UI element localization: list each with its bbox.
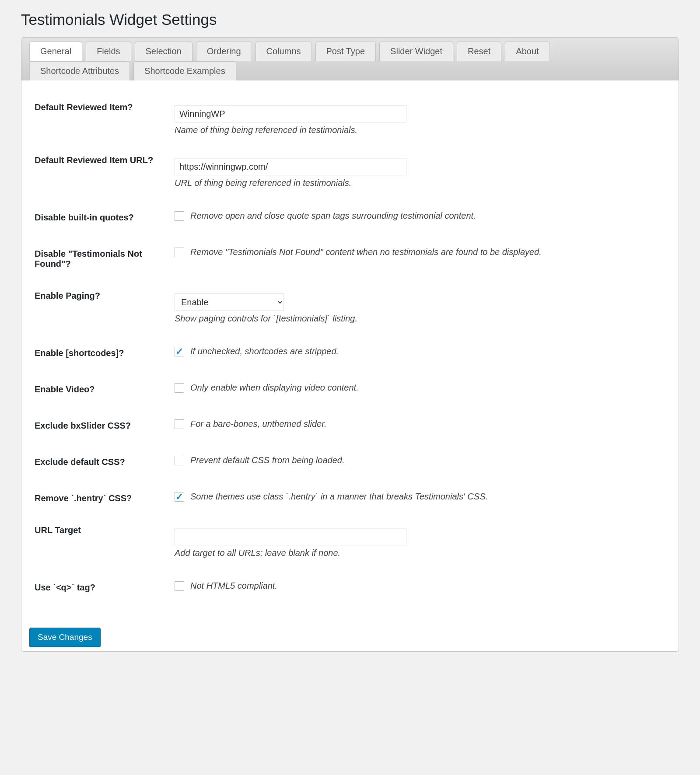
label-enable-paging: Enable Paging? xyxy=(35,282,175,335)
tab-ordering[interactable]: Ordering xyxy=(196,42,252,61)
checkbox-enable-video[interactable] xyxy=(175,383,184,393)
desc-disable-not-found: Remove "Testimonials Not Found" content … xyxy=(190,247,542,257)
desc-url-target: Add target to all URLs; leave blank if n… xyxy=(175,548,665,558)
checkbox-exclude-default-css[interactable] xyxy=(175,456,184,465)
tab-row-2: Shortcode Attributes Shortcode Examples xyxy=(29,61,671,80)
desc-remove-hentry-css: Some themes use class `.hentry` in a man… xyxy=(190,492,488,502)
checkbox-disable-quotes[interactable] xyxy=(175,211,184,221)
checkbox-disable-not-found[interactable] xyxy=(175,248,184,257)
desc-exclude-bxslider-css: For a bare-bones, unthemed slider. xyxy=(190,419,327,429)
field-disable-not-found: Disable "Testimonials Not Found"? Remove… xyxy=(35,236,665,282)
field-remove-hentry-css: Remove `.hentry` CSS? Some themes use cl… xyxy=(35,480,665,517)
tab-about[interactable]: About xyxy=(505,42,550,61)
label-enable-shortcodes: Enable [shortcodes]? xyxy=(35,335,175,371)
label-disable-quotes: Disable built-in quotes? xyxy=(35,199,175,236)
input-url-target[interactable] xyxy=(175,528,406,545)
label-reviewed-item-url: Default Reviewed Item URL? xyxy=(35,147,175,199)
field-enable-paging: Enable Paging? Enable Show paging contro… xyxy=(35,282,665,335)
settings-wrap: Testimonials Widget Settings General Fie… xyxy=(0,0,700,673)
field-url-target: URL Target Add target to all URLs; leave… xyxy=(35,517,665,569)
label-use-q-tag: Use `<q>` tag? xyxy=(35,569,175,606)
label-url-target: URL Target xyxy=(35,517,175,569)
tab-fields[interactable]: Fields xyxy=(86,42,131,61)
field-enable-video: Enable Video? Only enable when displayin… xyxy=(35,371,665,408)
desc-enable-paging: Show paging controls for `[testimonials]… xyxy=(175,314,665,324)
settings-box: General Fields Selection Ordering Column… xyxy=(21,37,679,652)
select-enable-paging[interactable]: Enable xyxy=(175,293,284,311)
input-reviewed-item[interactable] xyxy=(175,105,406,122)
label-disable-not-found: Disable "Testimonials Not Found"? xyxy=(35,236,175,282)
tab-shortcode-examples[interactable]: Shortcode Examples xyxy=(133,61,236,80)
desc-reviewed-item: Name of thing being referenced in testim… xyxy=(175,125,665,135)
field-reviewed-item-url: Default Reviewed Item URL? URL of thing … xyxy=(35,147,665,199)
label-reviewed-item: Default Reviewed Item? xyxy=(35,94,175,147)
tab-general[interactable]: General xyxy=(29,42,82,61)
save-changes-button[interactable]: Save Changes xyxy=(29,628,101,647)
settings-body: Default Reviewed Item? Name of thing bei… xyxy=(21,80,679,619)
field-reviewed-item: Default Reviewed Item? Name of thing bei… xyxy=(35,94,665,147)
submit-row: Save Changes xyxy=(21,619,679,651)
tab-reset[interactable]: Reset xyxy=(457,42,501,61)
checkbox-enable-shortcodes[interactable] xyxy=(175,347,184,356)
tab-post-type[interactable]: Post Type xyxy=(315,42,376,61)
tab-selection[interactable]: Selection xyxy=(135,42,192,61)
form-table: Default Reviewed Item? Name of thing bei… xyxy=(35,94,665,606)
page-title: Testimonials Widget Settings xyxy=(21,11,679,28)
tab-columns[interactable]: Columns xyxy=(256,42,312,61)
desc-exclude-default-css: Prevent default CSS from being loaded. xyxy=(190,455,344,465)
desc-disable-quotes: Remove open and close quote span tags su… xyxy=(190,211,476,221)
checkbox-exclude-bxslider-css[interactable] xyxy=(175,419,184,429)
desc-use-q-tag: Not HTML5 compliant. xyxy=(190,581,277,591)
desc-enable-video: Only enable when displaying video conten… xyxy=(190,383,359,393)
checkbox-use-q-tag[interactable] xyxy=(175,581,184,591)
field-exclude-default-css: Exclude default CSS? Prevent default CSS… xyxy=(35,444,665,480)
tabs-wrapper: General Fields Selection Ordering Column… xyxy=(21,38,679,80)
tab-shortcode-attributes[interactable]: Shortcode Attributes xyxy=(29,61,130,80)
field-use-q-tag: Use `<q>` tag? Not HTML5 compliant. xyxy=(35,569,665,606)
tab-row-1: General Fields Selection Ordering Column… xyxy=(29,41,671,61)
label-exclude-default-css: Exclude default CSS? xyxy=(35,444,175,480)
field-exclude-bxslider-css: Exclude bxSlider CSS? For a bare-bones, … xyxy=(35,408,665,444)
field-enable-shortcodes: Enable [shortcodes]? If unchecked, short… xyxy=(35,335,665,371)
tab-slider-widget[interactable]: Slider Widget xyxy=(379,42,453,61)
input-reviewed-item-url[interactable] xyxy=(175,158,406,175)
label-exclude-bxslider-css: Exclude bxSlider CSS? xyxy=(35,408,175,444)
label-remove-hentry-css: Remove `.hentry` CSS? xyxy=(35,480,175,517)
label-enable-video: Enable Video? xyxy=(35,371,175,408)
desc-enable-shortcodes: If unchecked, shortcodes are stripped. xyxy=(190,346,339,356)
checkbox-remove-hentry-css[interactable] xyxy=(175,492,184,502)
desc-reviewed-item-url: URL of thing being referenced in testimo… xyxy=(175,178,665,188)
field-disable-quotes: Disable built-in quotes? Remove open and… xyxy=(35,199,665,236)
